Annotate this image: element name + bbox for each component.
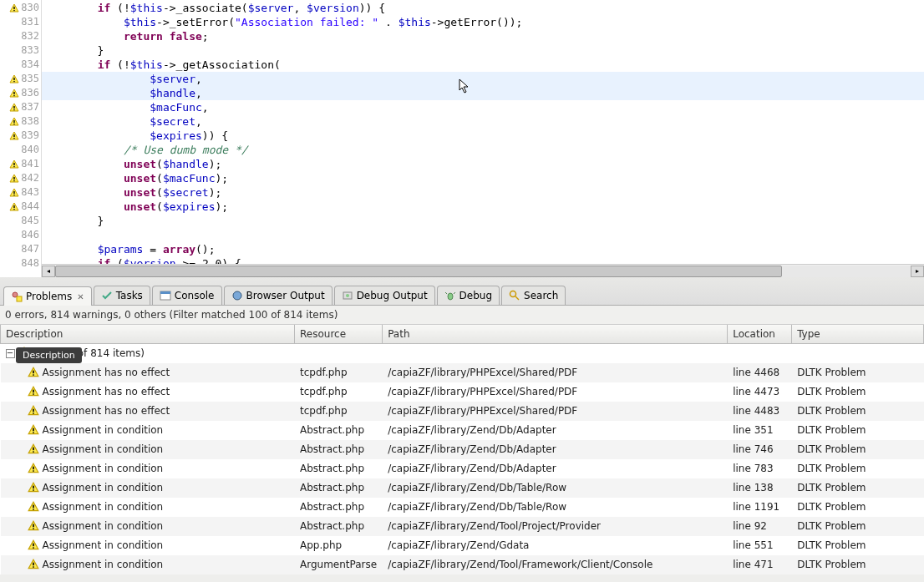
gutter-line[interactable]: 835 (0, 72, 39, 86)
code-line[interactable]: unset($handle); (42, 157, 924, 171)
problem-path: /capiaZF/library/PHPExcel/Shared/PDF (383, 363, 728, 382)
svg-rect-1 (14, 10, 15, 11)
table-row[interactable]: Assignment in conditionAbstract.php/capi… (1, 440, 924, 459)
warnings-group-row[interactable]: −W(100 of 814 items) (1, 344, 924, 363)
table-row[interactable]: Assignment in conditionAbstract.php/capi… (1, 498, 924, 517)
tab-tasks[interactable]: Tasks (94, 286, 150, 305)
code-line[interactable]: $handle, (42, 86, 924, 100)
col-type[interactable]: Type (792, 325, 924, 344)
code-line[interactable]: $this->_setError("Association failed: " … (42, 15, 924, 29)
gutter-line[interactable]: 843 (0, 185, 39, 200)
tab-debugout[interactable]: Debug Output (334, 286, 435, 305)
code-line[interactable]: return false; (42, 29, 924, 43)
problem-resource: Abstract.php (295, 440, 383, 459)
gutter-line[interactable]: 836 (0, 86, 39, 100)
close-icon[interactable]: ✕ (77, 292, 84, 301)
scroll-left-button[interactable]: ◂ (42, 266, 55, 277)
warning-icon (28, 559, 39, 570)
gutter-line[interactable]: 832 (0, 29, 39, 43)
code-line[interactable]: $server, (42, 72, 924, 86)
problem-resource: Abstract.php (295, 517, 383, 536)
code-line[interactable]: } (42, 214, 924, 228)
svg-rect-9 (14, 124, 15, 124)
scroll-right-button[interactable]: ▸ (911, 266, 924, 277)
gutter-line[interactable]: 838 (0, 114, 39, 129)
table-row[interactable]: Assignment has no effecttcpdf.php/capiaZ… (1, 382, 924, 402)
code-line[interactable]: $expires)) { (42, 129, 924, 143)
code-line[interactable]: if (!$this->_getAssociation( (42, 58, 924, 72)
problem-path: /capiaZF/library/Zend/Db/Adapter (383, 440, 728, 459)
table-row[interactable]: Assignment in conditionAbstract.php/capi… (1, 478, 924, 498)
filter-summary: 0 errors, 814 warnings, 0 others (Filter… (0, 306, 924, 325)
gutter-line[interactable]: 833 (0, 43, 39, 58)
scroll-track[interactable] (55, 266, 911, 277)
problem-path: /capiaZF/library/Zend/Gdata (383, 536, 728, 555)
gutter-line[interactable]: 842 (0, 171, 39, 185)
table-row[interactable]: Assignment in conditionAbstract.php/capi… (1, 517, 924, 536)
gutter-line[interactable]: 844 (0, 200, 39, 214)
code-line[interactable]: $params = array(); (42, 242, 924, 256)
col-resource[interactable]: Resource (295, 325, 383, 344)
problem-description: Assignment in condition (43, 559, 164, 570)
line-number: 846 (21, 228, 39, 242)
tab-label: Search (524, 290, 558, 301)
code-line[interactable]: /* Use dumb mode */ (42, 143, 924, 157)
gutter-line[interactable]: 839 (0, 129, 39, 143)
problems-table: Description Resource Path Location Type … (0, 325, 924, 574)
warning-marker-icon (9, 3, 19, 13)
problem-description: Assignment has no effect (43, 367, 170, 378)
table-row[interactable]: Assignment in conditionAbstract.php/capi… (1, 421, 924, 440)
col-description[interactable]: Description (1, 325, 295, 344)
scroll-thumb[interactable] (55, 266, 782, 277)
gutter-line[interactable]: 834 (0, 58, 39, 72)
code-line[interactable]: unset($expires); (42, 200, 924, 214)
table-row[interactable]: Assignment has no effecttcpdf.php/capiaZ… (1, 363, 924, 382)
code-line[interactable]: if (!$this->_associate($server, $version… (42, 1, 924, 15)
problem-path: /capiaZF/library/Zend/Db/Table/Row (383, 478, 728, 498)
gutter-line[interactable]: 846 (0, 228, 39, 242)
gutter-line[interactable]: 845 (0, 214, 39, 228)
code-line[interactable]: $macFunc, (42, 100, 924, 114)
tab-debug[interactable]: Debug (437, 286, 500, 305)
gutter-line[interactable]: 831 (0, 15, 39, 29)
table-row[interactable]: Assignment in conditionArgumentParse/cap… (1, 555, 924, 574)
problem-type: DLTK Problem (792, 402, 924, 421)
code-line[interactable]: $secret, (42, 114, 924, 129)
table-row[interactable]: Assignment in conditionAbstract.php/capi… (1, 459, 924, 478)
problem-location: line 138 (728, 478, 792, 498)
table-row[interactable]: Assignment in conditionApp.php/capiaZF/l… (1, 536, 924, 555)
tab-search[interactable]: Search (501, 286, 566, 305)
table-row[interactable]: Assignment has no effecttcpdf.php/capiaZ… (1, 402, 924, 421)
tab-label: Tasks (116, 290, 143, 301)
line-number: 833 (21, 43, 39, 58)
horizontal-scrollbar[interactable]: ◂ ▸ (42, 264, 924, 277)
code-content[interactable]: if (!$this->_associate($server, $version… (42, 0, 924, 277)
code-line[interactable]: } (42, 43, 924, 58)
gutter-line[interactable]: 847 (0, 242, 39, 256)
gutter-line[interactable]: 837 (0, 100, 39, 114)
gutter-line[interactable]: 840 (0, 143, 39, 157)
tab-browser[interactable]: Browser Output (224, 286, 333, 305)
line-number: 847 (21, 242, 39, 256)
svg-rect-38 (33, 409, 34, 412)
col-path[interactable]: Path (383, 325, 728, 344)
tab-problems[interactable]: Problems✕ (3, 286, 92, 306)
code-line[interactable] (42, 228, 924, 242)
gutter-line[interactable]: 841 (0, 157, 39, 171)
gutter-line[interactable]: 848 (0, 256, 39, 271)
code-line[interactable]: unset($secret); (42, 185, 924, 200)
collapse-toggle-icon[interactable]: − (6, 349, 15, 358)
gutter-line[interactable]: 830 (0, 1, 39, 15)
line-gutter: 8308318328338348358368378388398408418428… (0, 0, 42, 277)
line-number: 843 (21, 185, 39, 200)
tab-console[interactable]: Console (152, 286, 222, 305)
svg-rect-54 (33, 563, 34, 566)
col-location[interactable]: Location (728, 325, 792, 344)
warning-marker-icon (9, 159, 19, 170)
svg-point-26 (346, 294, 349, 297)
code-line[interactable]: unset($macFunc); (42, 171, 924, 185)
svg-rect-55 (33, 566, 34, 567)
svg-rect-17 (14, 195, 15, 195)
tab-label: Debug Output (357, 290, 428, 301)
problem-resource: App.php (295, 536, 383, 555)
